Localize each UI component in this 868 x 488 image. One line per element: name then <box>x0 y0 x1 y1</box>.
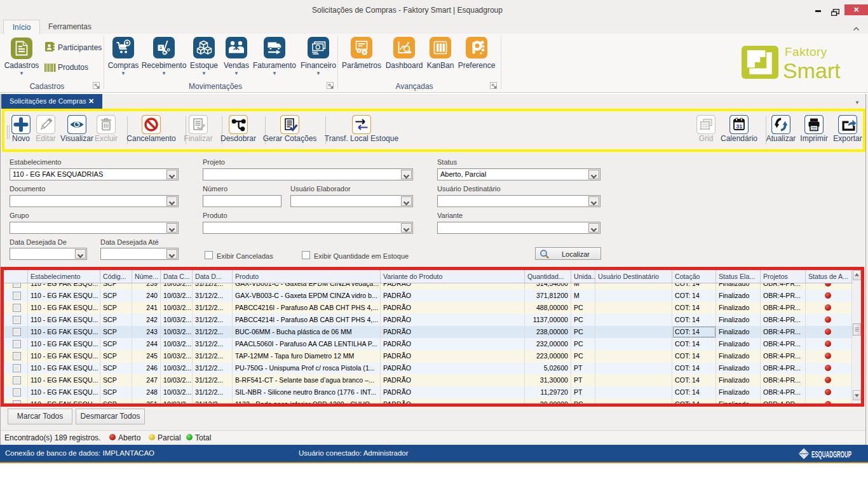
svg-text:31: 31 <box>736 123 742 130</box>
svg-text:Smart: Smart <box>783 58 841 81</box>
svg-text:ESQUADGROUP: ESQUADGROUP <box>811 449 851 459</box>
svg-text:Faktory: Faktory <box>785 46 827 58</box>
